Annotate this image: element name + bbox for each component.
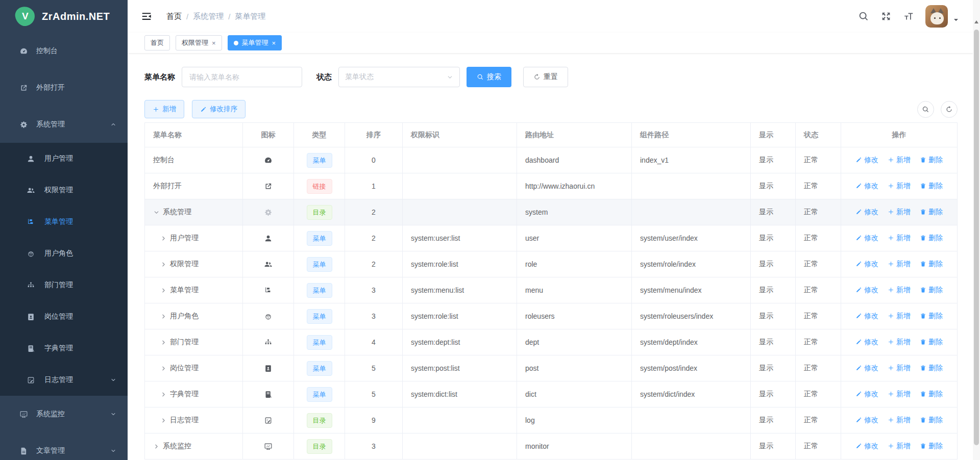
- breadcrumb-home[interactable]: 首页: [166, 12, 182, 21]
- table-row[interactable]: 权限管理菜单2system:role:listrolesystem/role/i…: [145, 251, 958, 277]
- add-link[interactable]: 新增: [888, 182, 911, 191]
- edit-link[interactable]: 修改: [855, 390, 878, 399]
- delete-link[interactable]: 删除: [920, 208, 943, 217]
- expand-row-icon[interactable]: [160, 287, 167, 294]
- icon-cell: [243, 329, 294, 355]
- sidebar-item[interactable]: 外部打开: [0, 69, 128, 106]
- add-link[interactable]: 新增: [888, 312, 911, 321]
- edit-link[interactable]: 修改: [855, 156, 878, 165]
- plus-icon: [888, 391, 894, 397]
- table-row[interactable]: 字典管理菜单5system:dict:listdictsystem/dict/i…: [145, 381, 958, 407]
- table-row[interactable]: 系统监控目录3monitor显示正常修改新增删除: [145, 433, 958, 459]
- table-row[interactable]: 外部打开链接1http://www.izhaorui.cn显示正常修改新增删除: [145, 173, 958, 199]
- table-row[interactable]: 用户管理菜单2system:user:listusersystem/user/i…: [145, 225, 958, 251]
- edit-link[interactable]: 修改: [855, 182, 878, 191]
- expand-row-icon[interactable]: [160, 313, 167, 320]
- delete-link[interactable]: 删除: [920, 442, 943, 451]
- sidebar-item[interactable]: 权限管理: [0, 174, 128, 206]
- add-link[interactable]: 新增: [888, 156, 911, 165]
- sidebar-item[interactable]: 系统管理: [0, 106, 128, 143]
- table-row[interactable]: 菜单管理菜单3system:menu:listmenusystem/menu/i…: [145, 277, 958, 303]
- edit-link[interactable]: 修改: [855, 338, 878, 347]
- collapse-row-icon[interactable]: [153, 209, 160, 216]
- sidebar-item[interactable]: 文章管理: [0, 432, 128, 460]
- add-link[interactable]: 新增: [888, 208, 911, 217]
- delete-link[interactable]: 删除: [920, 182, 943, 191]
- table-row[interactable]: 系统管理目录2system显示正常修改新增删除: [145, 199, 958, 225]
- status-select[interactable]: 菜单状态: [338, 67, 460, 87]
- edit-link[interactable]: 修改: [855, 286, 878, 295]
- edit-link[interactable]: 修改: [855, 208, 878, 217]
- delete-link[interactable]: 删除: [920, 338, 943, 347]
- font-size-icon[interactable]: [903, 11, 914, 22]
- add-link[interactable]: 新增: [888, 260, 911, 269]
- add-link[interactable]: 新增: [888, 234, 911, 243]
- sidebar-item[interactable]: 控制台: [0, 33, 128, 69]
- close-icon[interactable]: ×: [272, 40, 276, 46]
- delete-link[interactable]: 删除: [920, 390, 943, 399]
- expand-row-icon[interactable]: [160, 365, 167, 372]
- show-search-button[interactable]: [917, 101, 934, 118]
- search-button[interactable]: 搜索: [467, 67, 511, 87]
- edit-link[interactable]: 修改: [855, 442, 878, 451]
- sidebar-item[interactable]: 用户管理: [0, 143, 128, 174]
- add-link[interactable]: 新增: [888, 338, 911, 347]
- delete-link[interactable]: 删除: [920, 234, 943, 243]
- scrollbar-up-arrow[interactable]: [974, 20, 978, 23]
- delete-link[interactable]: 删除: [920, 156, 943, 165]
- add-link[interactable]: 新增: [888, 286, 911, 295]
- fullscreen-icon[interactable]: [880, 11, 892, 22]
- refresh-table-button[interactable]: [941, 101, 958, 118]
- add-link[interactable]: 新增: [888, 390, 911, 399]
- sidebar-item[interactable]: 菜单管理: [0, 206, 128, 238]
- plus-icon: [888, 339, 894, 345]
- edit-link[interactable]: 修改: [855, 312, 878, 321]
- page-scrollbar[interactable]: [973, 0, 980, 460]
- edit-link[interactable]: 修改: [855, 364, 878, 373]
- menu-name-input[interactable]: [182, 67, 302, 87]
- table-row[interactable]: 控制台菜单0dashboardindex_v1显示正常修改新增删除: [145, 147, 958, 173]
- add-link[interactable]: 新增: [888, 364, 911, 373]
- expand-row-icon[interactable]: [160, 339, 167, 346]
- logo[interactable]: V ZrAdmin.NET: [0, 0, 128, 33]
- expand-row-icon[interactable]: [153, 443, 160, 450]
- sidebar-item[interactable]: 字典管理: [0, 333, 128, 364]
- close-icon[interactable]: ×: [212, 40, 216, 46]
- delete-link[interactable]: 删除: [920, 364, 943, 373]
- table-row[interactable]: 部门管理菜单4system:dept:listdeptsystem/dept/i…: [145, 329, 958, 355]
- add-link[interactable]: 新增: [888, 442, 911, 451]
- table-row[interactable]: 用户角色菜单3system:role:listroleuserssystem/r…: [145, 303, 958, 329]
- collapse-sidebar-icon[interactable]: [141, 11, 152, 22]
- sidebar-item[interactable]: 岗位管理: [0, 301, 128, 333]
- edit-link[interactable]: 修改: [855, 416, 878, 425]
- sidebar-item[interactable]: 日志管理: [0, 364, 128, 396]
- user-avatar[interactable]: [925, 5, 948, 28]
- ops-cell: 修改新增删除: [841, 147, 958, 173]
- table-row[interactable]: 岗位管理菜单5system:post:listpostsystem/post/i…: [145, 355, 958, 381]
- sidebar-item[interactable]: 部门管理: [0, 269, 128, 301]
- tab-home[interactable]: 首页: [144, 35, 170, 50]
- expand-row-icon[interactable]: [160, 391, 167, 398]
- delete-link[interactable]: 删除: [920, 416, 943, 425]
- search-icon[interactable]: [858, 11, 869, 22]
- expand-row-icon[interactable]: [160, 235, 167, 242]
- add-link[interactable]: 新增: [888, 416, 911, 425]
- menu-name: 外部打开: [153, 182, 182, 190]
- scrollbar-thumb[interactable]: [974, 30, 979, 445]
- edit-link[interactable]: 修改: [855, 234, 878, 243]
- edit-link[interactable]: 修改: [855, 260, 878, 269]
- delete-link[interactable]: 删除: [920, 286, 943, 295]
- reset-button[interactable]: 重置: [523, 67, 568, 87]
- delete-link[interactable]: 删除: [920, 260, 943, 269]
- add-button[interactable]: 新增: [144, 100, 184, 118]
- edit-sort-button[interactable]: 修改排序: [192, 100, 246, 118]
- expand-row-icon[interactable]: [160, 417, 167, 424]
- delete-link[interactable]: 删除: [920, 312, 943, 321]
- tab-page[interactable]: 权限管理×: [176, 35, 222, 50]
- table-row[interactable]: 日志管理目录9log显示正常修改新增删除: [145, 407, 958, 433]
- expand-row-icon[interactable]: [160, 261, 167, 268]
- user-menu-caret-icon[interactable]: [952, 16, 960, 23]
- sidebar-item[interactable]: 系统监控: [0, 396, 128, 432]
- tab-page[interactable]: 菜单管理×: [228, 35, 282, 50]
- sidebar-item[interactable]: 用户角色: [0, 238, 128, 269]
